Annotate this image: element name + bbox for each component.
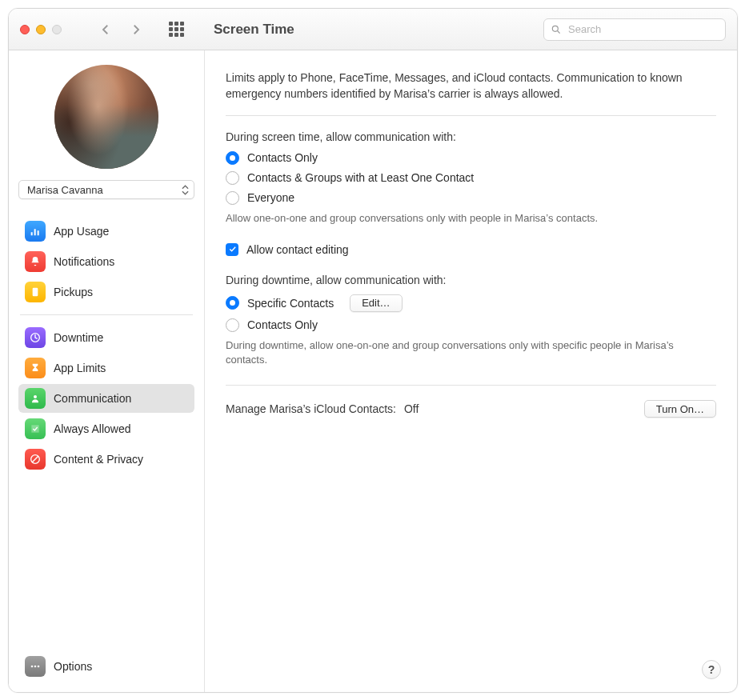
svg-point-7 [34,666,37,668]
checkbox-label: Allow contact editing [246,243,349,256]
search-input[interactable] [567,22,719,36]
downtime-section-title: During downtime, allow communication wit… [226,274,716,286]
radio-icon [226,151,239,165]
radio-downtime-contacts-only[interactable]: Contacts Only [226,318,716,332]
communication-pane: Limits apply to Phone, FaceTime, Message… [205,50,737,692]
sidebar-item-label: Content & Privacy [54,453,143,466]
radio-icon [226,296,239,310]
titlebar: Screen Time [9,9,737,50]
sidebar-item-communication[interactable]: Communication [18,384,194,413]
toolbar-nav [92,18,150,42]
manage-icloud-status: Off [404,402,419,415]
sidebar-item-app-usage[interactable]: App Usage [18,217,194,246]
user-switcher[interactable]: Marisa Cavanna [18,180,194,199]
svg-point-8 [38,666,40,668]
sidebar-item-downtime[interactable]: Downtime [18,323,194,352]
svg-point-6 [31,666,34,668]
search-field[interactable] [543,18,726,41]
help-button[interactable]: ? [702,660,721,679]
show-all-prefs-button[interactable] [162,18,190,42]
checkbox-icon [226,243,238,256]
divider [226,115,716,116]
radio-contacts-groups[interactable]: Contacts & Groups with at Least One Cont… [226,171,716,185]
radio-specific-contacts[interactable]: Specific Contacts Edit… [226,294,716,312]
forward-button[interactable] [122,18,150,42]
radio-everyone[interactable]: Everyone [226,191,716,205]
divider [226,385,716,386]
sidebar-item-label: Downtime [54,331,103,344]
sidebar-item-label: App Limits [54,362,106,374]
manage-icloud-label: Manage Marisa’s iCloud Contacts: [226,402,396,415]
downtime-hint: During downtime, allow one-on-one and gr… [226,338,716,367]
minimize-button[interactable] [36,25,46,34]
edit-contacts-button[interactable]: Edit… [350,294,402,312]
radio-contacts-only[interactable]: Contacts Only [226,151,716,165]
user-avatar[interactable] [54,65,158,169]
sidebar-item-always-allowed[interactable]: Always Allowed [18,414,194,443]
bell-icon [25,251,46,272]
svg-line-5 [32,456,38,462]
question-mark-icon: ? [708,663,715,676]
check-icon [228,245,237,254]
sidebar-item-options[interactable]: Options [18,652,194,681]
sidebar-item-label: Communication [54,392,131,405]
radio-label: Contacts & Groups with at Least One Cont… [247,171,474,184]
chevron-right-icon [129,22,143,37]
sidebar-item-app-limits[interactable]: App Limits [18,354,194,382]
radio-label: Contacts Only [247,318,318,331]
back-button[interactable] [92,18,119,42]
search-icon [551,24,562,35]
sidebar: Marisa Cavanna App Usage Not [9,50,204,692]
downtime-icon [25,327,46,348]
check-shield-icon [25,418,46,439]
user-name: Marisa Cavanna [27,184,103,196]
sidebar-separator [20,314,193,315]
bar-chart-icon [25,221,46,242]
turn-on-button[interactable]: Turn On… [644,400,716,418]
radio-label: Everyone [247,191,294,204]
radio-label: Specific Contacts [247,297,334,310]
radio-icon [226,318,239,332]
sidebar-item-label: Pickups [54,286,93,298]
svg-point-3 [34,395,37,398]
radio-label: Contacts Only [247,151,318,164]
communication-icon [25,388,46,409]
popup-indicator-icon [182,185,189,195]
pickups-icon [25,282,46,302]
sidebar-item-pickups[interactable]: Pickups [18,278,194,306]
pane-description: Limits apply to Phone, FaceTime, Message… [226,70,716,102]
radio-icon [226,171,239,185]
zoom-button[interactable] [52,25,62,34]
svg-line-1 [558,30,560,33]
window-controls [20,25,62,34]
close-button[interactable] [20,25,30,34]
sidebar-item-content-privacy[interactable]: Content & Privacy [18,445,194,474]
radio-icon [226,191,239,205]
sidebar-item-label: Notifications [54,255,114,268]
screen-time-section-title: During screen time, allow communication … [226,130,716,143]
sidebar-item-label: Always Allowed [54,422,131,435]
window-title: Screen Time [214,22,294,38]
chevron-left-icon [98,22,113,37]
screen-time-hint: Allow one-on-one and group conversations… [226,211,716,226]
sidebar-item-notifications[interactable]: Notifications [18,247,194,276]
sidebar-item-label: App Usage [54,225,109,238]
svg-point-0 [552,26,558,31]
no-sign-icon [25,449,46,470]
ellipsis-icon [25,656,46,677]
sidebar-item-label: Options [54,660,92,673]
allow-contact-editing-checkbox[interactable]: Allow contact editing [226,243,716,256]
screen-time-window: Screen Time Marisa Cavanna [8,8,738,693]
grid-icon [169,22,184,37]
hourglass-icon [25,358,46,378]
